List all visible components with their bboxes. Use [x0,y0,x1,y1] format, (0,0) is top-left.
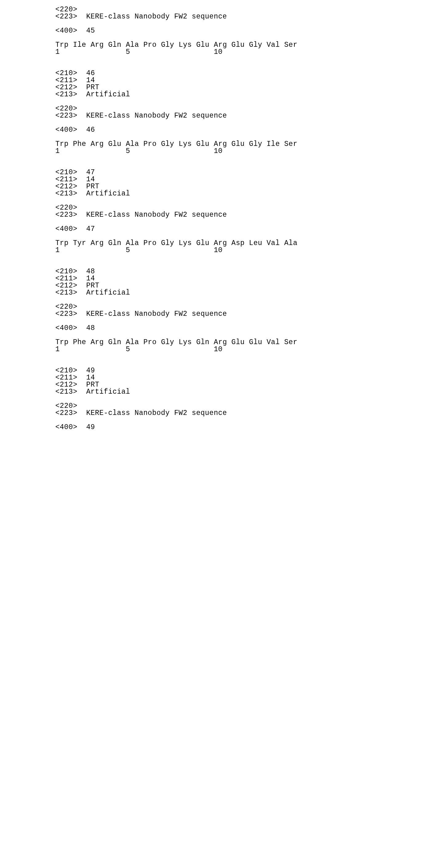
residue: Val [267,239,280,247]
residue: Gly [161,239,174,247]
sequence-listing-page: <220> <223> KERE-class Nanobody FW2 sequ… [0,0,438,431]
position-marker: 10 [214,147,223,155]
residue: Glu [231,338,244,346]
residue: Pro [143,239,157,247]
residue: Arg [91,41,104,49]
tag-400: <400> [55,126,77,134]
entry-number: 49 [86,423,95,431]
residue: Ile [73,41,86,49]
position-marker: 5 [126,246,130,254]
feature-desc: KERE-class Nanobody FW2 sequence [86,310,227,318]
residue: Arg [91,140,104,148]
residue: Glu [231,41,244,49]
residue: Ile [267,140,280,148]
residue: Glu [196,140,209,148]
residue: Pro [143,338,157,346]
tag-223: <223> [55,211,77,219]
position-marker: 10 [214,345,223,353]
residue: Phe [73,338,86,346]
residue: Pro [143,41,157,49]
residue: Glu [249,338,262,346]
residue: Phe [73,140,86,148]
residue: Gly [161,338,174,346]
residue: Lys [179,140,192,148]
residue: Gln [108,338,122,346]
residue: Glu [108,140,122,148]
feature-desc: KERE-class Nanobody FW2 sequence [86,211,227,219]
position-marker: 5 [126,345,130,353]
residue: Arg [91,239,104,247]
residue: Gln [108,239,122,247]
residue: Glu [196,41,209,49]
residue: Gln [108,41,122,49]
residue: Ser [284,338,297,346]
tag-400: <400> [55,324,77,332]
tag-213: <213> [55,388,77,396]
position-marker: 1 [55,48,60,56]
residue: Pro [143,140,157,148]
residue: Arg [91,338,104,346]
residue: Val [267,41,280,49]
residue: Glu [196,239,209,247]
residue: Ser [284,140,297,148]
feature-desc: KERE-class Nanobody FW2 sequence [86,409,227,417]
entry-number: 46 [86,126,95,134]
tag-213: <213> [55,91,77,98]
position-marker: 10 [214,48,223,56]
residue: Leu [249,239,262,247]
residue: Lys [179,239,192,247]
tag-223: <223> [55,12,77,21]
residue: Asp [231,239,244,247]
residue: Gly [249,140,262,148]
organism: Artificial [86,190,130,197]
feature-desc: KERE-class Nanobody FW2 sequence [86,12,227,21]
tag-223: <223> [55,112,77,120]
residue: Ser [284,41,297,49]
tag-400: <400> [55,225,77,233]
entry-number: 48 [86,324,95,332]
position-marker: 5 [126,48,130,56]
tag-223: <223> [55,409,77,417]
feature-desc: KERE-class Nanobody FW2 sequence [86,112,227,120]
residue: Lys [179,41,192,49]
tag-400: <400> [55,27,77,35]
tag-223: <223> [55,310,77,318]
entry-number: 47 [86,225,95,233]
tag-213: <213> [55,190,77,197]
position-marker: 1 [55,345,60,353]
position-marker: 1 [55,147,60,155]
organism: Artificial [86,289,130,297]
residue: Tyr [73,239,86,247]
residue: Gly [161,140,174,148]
organism: Artificial [86,388,130,396]
position-marker: 5 [126,147,130,155]
residue: Gly [249,41,262,49]
residue: Lys [179,338,192,346]
residue: Gln [196,338,209,346]
residue: Glu [231,140,244,148]
tag-213: <213> [55,289,77,297]
position-marker: 10 [214,246,223,254]
residue: Val [267,338,280,346]
position-marker: 1 [55,246,60,254]
tag-400: <400> [55,423,77,431]
organism: Artificial [86,91,130,98]
residue: Ala [284,239,297,247]
residue: Gly [161,41,174,49]
entry-number: 45 [86,27,95,35]
